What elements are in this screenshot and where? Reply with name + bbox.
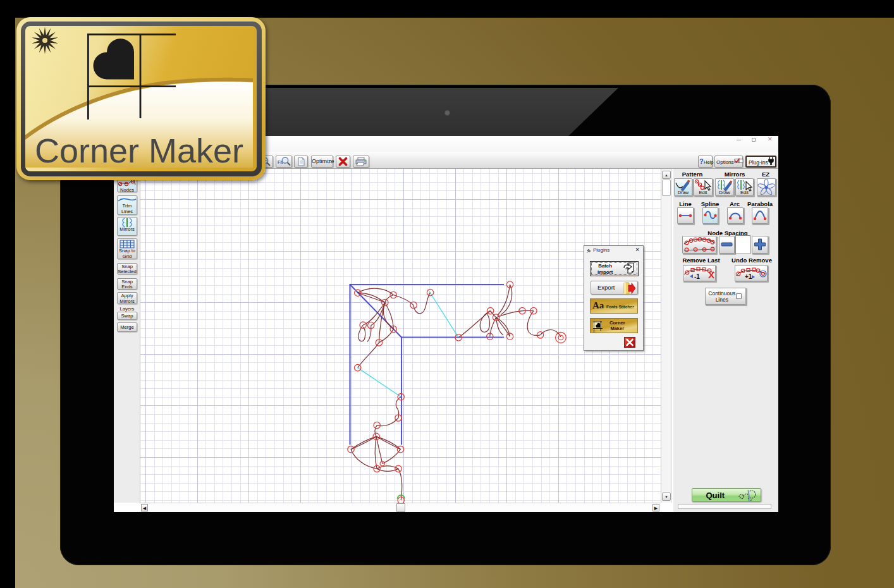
svg-text:Corner Maker: Corner Maker (35, 132, 243, 168)
svg-text:+1: +1 (745, 273, 752, 280)
svg-text:-1: -1 (694, 273, 700, 280)
